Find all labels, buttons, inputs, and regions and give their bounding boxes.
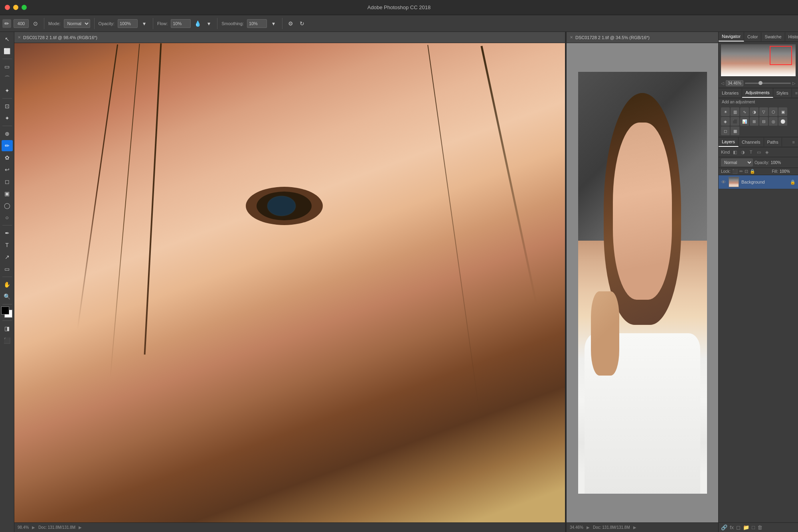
adjustments-menu-btn[interactable]: ≡ xyxy=(792,89,798,97)
status-scroll-1[interactable]: ▶ xyxy=(79,525,82,530)
status-arrow-2[interactable]: ▶ xyxy=(587,525,590,530)
opacity-arrow-icon[interactable]: ▾ xyxy=(140,19,149,28)
adj-levels-icon[interactable]: ▥ xyxy=(731,107,739,116)
adj-invert-icon[interactable]: ⊟ xyxy=(759,117,768,126)
adj-colorlookup-icon[interactable]: ⊞ xyxy=(750,117,758,126)
adj-photo-filter-icon[interactable]: ⬛ xyxy=(731,117,739,126)
brush-options-icon[interactable]: ⊙ xyxy=(31,19,40,28)
adj-brightness-icon[interactable]: ☀ xyxy=(721,107,730,116)
link-layers-icon[interactable]: 🔗 xyxy=(721,524,727,530)
brush-size-input[interactable] xyxy=(14,19,29,28)
add-style-icon[interactable]: fx xyxy=(730,524,734,530)
adj-hsl-icon[interactable]: ⬡ xyxy=(769,107,778,116)
adj-selective-color-icon[interactable]: ▦ xyxy=(731,127,739,135)
blend-mode-dropdown[interactable]: Normal xyxy=(721,158,753,166)
color-swatches[interactable] xyxy=(1,307,13,318)
adj-posterize-icon[interactable]: ◎ xyxy=(769,117,778,126)
tool-shape[interactable]: ▭ xyxy=(2,263,13,275)
tab-layers[interactable]: Layers xyxy=(719,137,739,147)
filter-smart-icon[interactable]: ◈ xyxy=(763,148,770,156)
zoom-value[interactable]: 34.46% xyxy=(726,80,743,86)
adj-channel-mix-icon[interactable]: 📊 xyxy=(740,117,749,126)
foreground-color-swatch[interactable] xyxy=(1,307,9,314)
status-arrow-1[interactable]: ▶ xyxy=(32,525,35,530)
adj-exposure-icon[interactable]: ◑ xyxy=(750,107,758,116)
mode-dropdown[interactable]: Normal xyxy=(64,19,90,28)
lock-pixels-icon[interactable]: ⬛ xyxy=(732,169,738,174)
smoothing-value[interactable]: 10% xyxy=(247,19,267,28)
tab-adjustments[interactable]: Adjustments xyxy=(742,88,773,98)
filter-type-icon[interactable]: T xyxy=(747,148,755,156)
tool-screen-mode[interactable]: ⬛ xyxy=(2,335,13,346)
tab-paths[interactable]: Paths xyxy=(764,138,782,146)
tool-brush[interactable]: ✏ xyxy=(2,140,13,151)
zoom-in-icon[interactable]: ▷ xyxy=(792,81,796,85)
adj-vibrance-icon[interactable]: ▽ xyxy=(759,107,768,116)
tool-pen[interactable]: ✒ xyxy=(2,227,13,239)
layer-item-background[interactable]: 👁 Background 🔒 xyxy=(719,175,798,189)
adj-bw-icon[interactable]: ◈ xyxy=(721,117,730,126)
filter-pixel-icon[interactable]: ◧ xyxy=(731,148,739,156)
minimize-button[interactable] xyxy=(13,5,18,10)
tool-move[interactable]: ↖ xyxy=(2,34,13,45)
tab-libraries[interactable]: Libraries xyxy=(719,89,742,97)
doc-tab-1[interactable]: ✕ DSC01728 2 1.tif @ 98.4% (RGB/16*) xyxy=(14,32,565,43)
flow-icon[interactable]: 💧 xyxy=(193,19,202,28)
rotate-icon[interactable]: ↻ xyxy=(298,19,306,28)
tool-quick-select[interactable]: ✦ xyxy=(2,85,13,96)
tool-history-brush[interactable]: ↩ xyxy=(2,164,13,175)
filter-shape-icon[interactable]: ▭ xyxy=(755,148,762,156)
tab-styles[interactable]: Styles xyxy=(773,89,792,97)
tool-crop[interactable]: ⊡ xyxy=(2,101,13,112)
tool-clone[interactable]: ✿ xyxy=(2,152,13,163)
tool-blur[interactable]: ◯ xyxy=(2,200,13,211)
tool-hand[interactable]: ✋ xyxy=(2,279,13,290)
tool-rect-select[interactable]: ▭ xyxy=(2,61,13,72)
tool-gradient[interactable]: ▣ xyxy=(2,188,13,199)
tab-histogram[interactable]: Histogra xyxy=(785,32,798,41)
navigator-viewport-box[interactable] xyxy=(770,46,792,65)
add-mask-icon[interactable]: ◻ xyxy=(736,524,741,530)
adj-gradient-map-icon[interactable]: ◻ xyxy=(721,127,730,135)
new-group-icon[interactable]: 📁 xyxy=(743,524,749,530)
lock-artboard-icon[interactable]: ⊡ xyxy=(745,169,748,174)
delete-layer-icon[interactable]: 🗑 xyxy=(757,524,762,530)
lock-all-icon[interactable]: 🔒 xyxy=(750,169,755,174)
tool-dodge[interactable]: ○ xyxy=(2,212,13,223)
tool-eyedropper[interactable]: ✦ xyxy=(2,113,13,124)
new-layer-icon[interactable]: □ xyxy=(752,524,755,530)
tab-channels[interactable]: Channels xyxy=(739,138,764,146)
maximize-button[interactable] xyxy=(22,5,27,10)
doc-tab-2[interactable]: ✕ DSC01728 2 1.tif @ 34.5% (RGB/16*) xyxy=(567,32,718,43)
filter-adjustment-icon[interactable]: ◑ xyxy=(739,148,747,156)
doc-tab-close-1[interactable]: ✕ xyxy=(18,35,21,40)
close-button[interactable] xyxy=(5,5,10,10)
flow-arrow-icon[interactable]: ▾ xyxy=(204,19,213,28)
tab-color[interactable]: Color xyxy=(744,32,761,41)
adj-colbal-icon[interactable]: ▣ xyxy=(778,107,787,116)
adj-threshold-icon[interactable]: ⚪ xyxy=(778,117,787,126)
fill-value[interactable]: 100% xyxy=(780,169,796,174)
smoothing-arrow-icon[interactable]: ▾ xyxy=(269,19,278,28)
status-scroll-2[interactable]: ▶ xyxy=(633,525,636,530)
tool-lasso[interactable]: ⌒ xyxy=(2,73,13,84)
opacity-value-layers[interactable]: 100% xyxy=(771,160,791,165)
window-controls[interactable] xyxy=(5,5,27,10)
adj-curves-icon[interactable]: ∿ xyxy=(740,107,749,116)
doc-canvas-1[interactable] xyxy=(14,43,565,522)
layer-visibility-icon[interactable]: 👁 xyxy=(721,179,726,185)
lock-position-icon[interactable]: ✏ xyxy=(739,169,743,174)
flow-value[interactable]: 10% xyxy=(171,19,191,28)
doc-tab-close-2[interactable]: ✕ xyxy=(570,35,573,40)
tool-eraser[interactable]: ◻ xyxy=(2,176,13,187)
tab-swatches[interactable]: Swatche xyxy=(761,32,785,41)
tool-artboard[interactable]: ⬜ xyxy=(2,45,13,57)
tool-type[interactable]: T xyxy=(2,239,13,251)
settings-icon[interactable]: ⚙ xyxy=(286,19,295,28)
zoom-slider[interactable] xyxy=(745,83,791,84)
tool-path-select[interactable]: ↗ xyxy=(2,251,13,263)
tool-spot-heal[interactable]: ⊕ xyxy=(2,128,13,139)
tool-quick-mask[interactable]: ◨ xyxy=(2,323,13,334)
zoom-slider-thumb[interactable] xyxy=(758,81,762,85)
tool-zoom[interactable]: 🔍 xyxy=(2,291,13,302)
